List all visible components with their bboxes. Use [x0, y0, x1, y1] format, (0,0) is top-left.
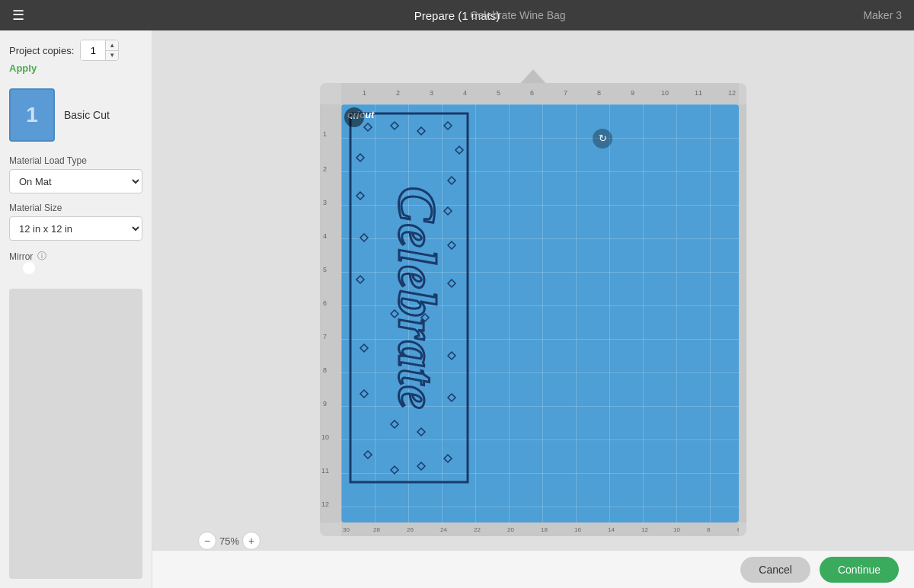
- material-load-label: Material Load Type: [9, 155, 142, 166]
- svg-text:4: 4: [463, 89, 467, 97]
- svg-text:11: 11: [321, 467, 329, 475]
- svg-text:28: 28: [373, 526, 380, 533]
- mat-cut-type: Basic Cut: [64, 109, 110, 121]
- copies-arrows: ▲ ▼: [105, 40, 118, 60]
- svg-text:12: 12: [641, 526, 648, 533]
- menu-icon[interactable]: ☰: [12, 7, 24, 24]
- svg-text:3: 3: [323, 199, 327, 206]
- ruler-left: 1 2 3 4 5 6 7 8 9 10 11 12: [320, 104, 341, 522]
- svg-text:11: 11: [695, 89, 702, 97]
- main-layout: Project copies: 1 ▲ ▼ Apply 1 Basic Cut …: [0, 30, 914, 588]
- mat-refresh-button[interactable]: ↻: [593, 129, 612, 149]
- svg-text:2: 2: [396, 89, 400, 97]
- mat-options-button[interactable]: ···: [344, 107, 364, 127]
- mirror-label: Mirror: [9, 251, 33, 262]
- copies-up-button[interactable]: ▲: [105, 40, 118, 51]
- ruler-bottom: 30 28 26 24 22 20 18 16 14 12 10 8 6: [341, 522, 739, 536]
- project-name: Celebrate Wine Bag: [470, 9, 565, 21]
- cancel-button[interactable]: Cancel: [740, 557, 810, 583]
- content-area: − 75% + 1 2 3 4 5 6 7 8: [152, 30, 914, 588]
- ruler-top: 1 2 3 4 5 6 7 8 9 10 11 12: [341, 83, 739, 104]
- design-svg: Celebrate: [349, 112, 471, 485]
- copies-input[interactable]: 1: [81, 40, 105, 60]
- copies-input-wrap: 1 ▲ ▼: [80, 40, 119, 61]
- svg-text:7: 7: [564, 89, 567, 97]
- svg-text:26: 26: [407, 526, 414, 533]
- left-panel-bottom: [9, 289, 142, 579]
- mat-item: 1 Basic Cut: [9, 84, 142, 146]
- svg-text:5: 5: [323, 266, 327, 273]
- svg-text:8: 8: [597, 89, 601, 97]
- project-copies-section: Project copies: 1 ▲ ▼ Apply: [9, 40, 142, 75]
- svg-text:18: 18: [541, 526, 548, 533]
- info-icon: ⓘ: [37, 250, 46, 263]
- svg-text:2: 2: [323, 165, 327, 173]
- svg-text:6: 6: [323, 299, 327, 307]
- material-size-select[interactable]: 12 in x 12 in 12 in x 24 in: [9, 216, 142, 241]
- ruler-right: [739, 104, 746, 522]
- svg-text:10: 10: [321, 433, 329, 441]
- left-panel: Project copies: 1 ▲ ▼ Apply 1 Basic Cut …: [0, 30, 152, 588]
- project-copies-label: Project copies:: [9, 45, 74, 56]
- svg-text:6: 6: [530, 89, 534, 97]
- svg-text:1: 1: [363, 89, 366, 97]
- apply-button[interactable]: Apply: [9, 62, 37, 74]
- continue-button[interactable]: Continue: [820, 557, 899, 583]
- svg-text:7: 7: [323, 333, 327, 340]
- material-load-group: Material Load Type On Mat Roll Feed: [9, 155, 142, 193]
- svg-text:6: 6: [737, 526, 739, 533]
- svg-text:30: 30: [343, 526, 350, 533]
- svg-text:4: 4: [323, 232, 327, 240]
- device-name: Maker 3: [863, 9, 902, 21]
- svg-text:5: 5: [497, 89, 500, 97]
- bottom-bar: Cancel Continue: [152, 550, 914, 588]
- mirror-section: Mirror ⓘ: [9, 250, 142, 276]
- svg-text:12: 12: [728, 89, 736, 97]
- svg-text:20: 20: [507, 526, 514, 533]
- svg-text:16: 16: [574, 526, 581, 533]
- svg-text:Celebrate: Celebrate: [388, 186, 446, 410]
- material-size-group: Material Size 12 in x 12 in 12 in x 24 i…: [9, 203, 142, 241]
- svg-text:24: 24: [440, 526, 447, 533]
- zoom-value: 75%: [219, 535, 239, 547]
- zoom-in-button[interactable]: +: [242, 532, 260, 550]
- svg-text:22: 22: [474, 526, 481, 533]
- svg-text:9: 9: [631, 89, 634, 97]
- svg-text:10: 10: [661, 89, 669, 97]
- mat-number: 1: [26, 103, 38, 127]
- mat-canvas-wrap: 1 2 3 4 5 6 7 8 9 10 11 12: [320, 83, 746, 536]
- svg-text:10: 10: [673, 526, 680, 533]
- svg-text:8: 8: [323, 366, 327, 374]
- svg-text:8: 8: [707, 526, 711, 533]
- mat-grid: cricut ··· ↻: [341, 104, 739, 522]
- mat-thumbnail: 1: [9, 88, 55, 142]
- svg-text:1: 1: [323, 130, 327, 138]
- material-load-select[interactable]: On Mat Roll Feed: [9, 169, 142, 193]
- material-size-label: Material Size: [9, 203, 142, 213]
- svg-text:3: 3: [430, 89, 433, 97]
- svg-text:14: 14: [608, 526, 615, 533]
- copies-down-button[interactable]: ▼: [105, 51, 118, 61]
- svg-text:12: 12: [321, 500, 329, 508]
- svg-text:9: 9: [323, 400, 327, 407]
- mat-canvas: 1 2 3 4 5 6 7 8 9 10 11 12: [320, 83, 746, 536]
- project-copies-row: Project copies: 1 ▲ ▼: [9, 40, 142, 61]
- mirror-row: Mirror ⓘ: [9, 250, 142, 263]
- zoom-out-button[interactable]: −: [198, 532, 216, 550]
- topbar: ☰ Prepare (1 mats) Celebrate Wine Bag Ma…: [0, 0, 914, 30]
- zoom-bar: − 75% +: [198, 532, 260, 550]
